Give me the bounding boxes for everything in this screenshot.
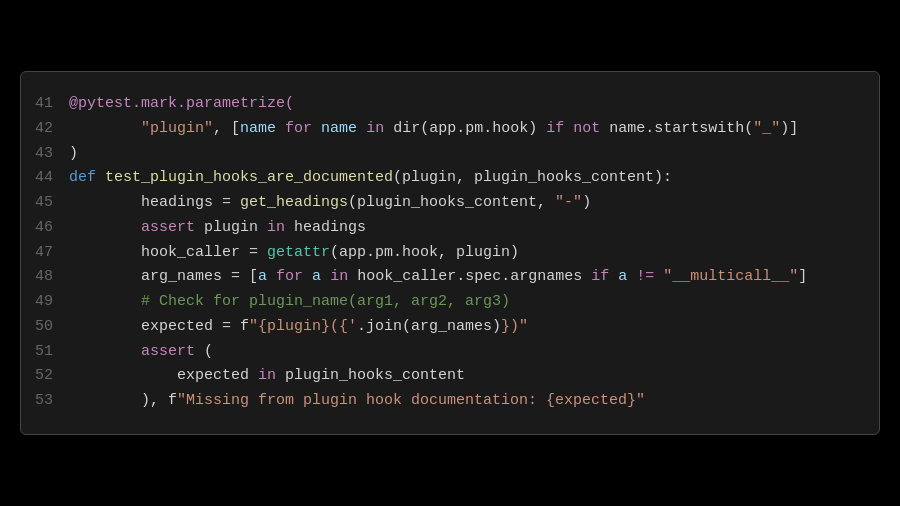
line-code: ), f"Missing from plugin hook documentat… bbox=[69, 389, 879, 414]
code-token: @pytest.mark.parametrize( bbox=[69, 95, 294, 112]
code-token bbox=[564, 120, 573, 137]
table-row: 41@pytest.mark.parametrize( bbox=[21, 92, 879, 117]
code-token: name.startswith( bbox=[600, 120, 753, 137]
code-token: assert bbox=[141, 343, 195, 360]
code-token: def bbox=[69, 169, 96, 186]
code-token: test_plugin_hooks_are_documented bbox=[105, 169, 393, 186]
table-row: 53 ), f"Missing from plugin hook documen… bbox=[21, 389, 879, 414]
line-number: 47 bbox=[21, 241, 69, 266]
code-token: name bbox=[321, 120, 357, 137]
line-number: 49 bbox=[21, 290, 69, 315]
code-token: assert bbox=[141, 219, 195, 236]
code-token: "-" bbox=[555, 194, 582, 211]
code-token: a bbox=[312, 268, 321, 285]
line-code: arg_names = [a for a in hook_caller.spec… bbox=[69, 265, 879, 290]
code-token: name bbox=[240, 120, 276, 137]
table-row: 43) bbox=[21, 142, 879, 167]
code-token: "Missing from plugin hook documentation:… bbox=[177, 392, 645, 409]
code-token bbox=[357, 120, 366, 137]
code-token: for bbox=[276, 268, 303, 285]
line-code: ) bbox=[69, 142, 879, 167]
code-token: expected = f bbox=[69, 318, 249, 335]
line-number: 41 bbox=[21, 92, 69, 117]
line-code: "plugin", [name for name in dir(app.pm.h… bbox=[69, 117, 879, 142]
code-token: , [ bbox=[213, 120, 240, 137]
code-token bbox=[627, 268, 636, 285]
code-token bbox=[654, 268, 663, 285]
code-token: dir(app.pm.hook) bbox=[384, 120, 546, 137]
line-code: @pytest.mark.parametrize( bbox=[69, 92, 879, 117]
table-row: 45 headings = get_headings(plugin_hooks_… bbox=[21, 191, 879, 216]
code-token: ] bbox=[798, 268, 807, 285]
code-token bbox=[312, 120, 321, 137]
table-row: 42 "plugin", [name for name in dir(app.p… bbox=[21, 117, 879, 142]
code-token: "__multicall__" bbox=[663, 268, 798, 285]
table-row: 44def test_plugin_hooks_are_documented(p… bbox=[21, 166, 879, 191]
code-token bbox=[96, 169, 105, 186]
code-token: })" bbox=[501, 318, 528, 335]
code-token: "{plugin}({' bbox=[249, 318, 357, 335]
line-code: expected in plugin_hooks_content bbox=[69, 364, 879, 389]
code-token: ( bbox=[195, 343, 213, 360]
code-token bbox=[69, 219, 141, 236]
line-code: def test_plugin_hooks_are_documented(plu… bbox=[69, 166, 879, 191]
code-token: "plugin" bbox=[141, 120, 213, 137]
code-token: expected bbox=[69, 367, 258, 384]
line-number: 45 bbox=[21, 191, 69, 216]
code-token: in bbox=[267, 219, 285, 236]
code-token: if bbox=[591, 268, 609, 285]
line-code: assert ( bbox=[69, 340, 879, 365]
table-row: 46 assert plugin in headings bbox=[21, 216, 879, 241]
code-token: arg_names = [ bbox=[69, 268, 258, 285]
code-token: plugin_hooks_content bbox=[276, 367, 465, 384]
line-number: 44 bbox=[21, 166, 69, 191]
line-code: expected = f"{plugin}({'.join(arg_names)… bbox=[69, 315, 879, 340]
code-token: )] bbox=[780, 120, 798, 137]
code-token: (plugin, plugin_hooks_content): bbox=[393, 169, 672, 186]
line-number: 42 bbox=[21, 117, 69, 142]
code-token: for bbox=[285, 120, 312, 137]
line-number: 50 bbox=[21, 315, 69, 340]
code-token: plugin bbox=[195, 219, 267, 236]
code-token: in bbox=[366, 120, 384, 137]
table-row: 48 arg_names = [a for a in hook_caller.s… bbox=[21, 265, 879, 290]
code-token: headings = bbox=[69, 194, 240, 211]
code-token: ) bbox=[582, 194, 591, 211]
code-token bbox=[69, 120, 141, 137]
line-number: 52 bbox=[21, 364, 69, 389]
code-token bbox=[609, 268, 618, 285]
code-token: # Check for plugin_name(arg1, arg2, arg3… bbox=[69, 293, 510, 310]
code-token: a bbox=[258, 268, 267, 285]
line-code: # Check for plugin_name(arg1, arg2, arg3… bbox=[69, 290, 879, 315]
code-token: in bbox=[330, 268, 348, 285]
line-number: 46 bbox=[21, 216, 69, 241]
code-token: (plugin_hooks_content, bbox=[348, 194, 555, 211]
code-token: get_headings bbox=[240, 194, 348, 211]
code-token bbox=[69, 343, 141, 360]
line-code: assert plugin in headings bbox=[69, 216, 879, 241]
code-token bbox=[276, 120, 285, 137]
table-row: 47 hook_caller = getattr(app.pm.hook, pl… bbox=[21, 241, 879, 266]
code-token: ) bbox=[69, 145, 78, 162]
code-token: ), f bbox=[69, 392, 177, 409]
code-token bbox=[321, 268, 330, 285]
line-number: 53 bbox=[21, 389, 69, 414]
code-token: .join(arg_names) bbox=[357, 318, 501, 335]
line-number: 48 bbox=[21, 265, 69, 290]
line-number: 51 bbox=[21, 340, 69, 365]
line-code: hook_caller = getattr(app.pm.hook, plugi… bbox=[69, 241, 879, 266]
code-token: hook_caller = bbox=[69, 244, 267, 261]
line-code: headings = get_headings(plugin_hooks_con… bbox=[69, 191, 879, 216]
code-token: "_" bbox=[753, 120, 780, 137]
code-token: in bbox=[258, 367, 276, 384]
code-table: 41@pytest.mark.parametrize(42 "plugin", … bbox=[21, 92, 879, 414]
code-window: 41@pytest.mark.parametrize(42 "plugin", … bbox=[20, 71, 880, 435]
code-token: getattr bbox=[267, 244, 330, 261]
code-token: hook_caller.spec.argnames bbox=[348, 268, 591, 285]
code-token bbox=[267, 268, 276, 285]
code-token: (app.pm.hook, plugin) bbox=[330, 244, 519, 261]
line-number: 43 bbox=[21, 142, 69, 167]
table-row: 49 # Check for plugin_name(arg1, arg2, a… bbox=[21, 290, 879, 315]
table-row: 50 expected = f"{plugin}({'.join(arg_nam… bbox=[21, 315, 879, 340]
table-row: 52 expected in plugin_hooks_content bbox=[21, 364, 879, 389]
